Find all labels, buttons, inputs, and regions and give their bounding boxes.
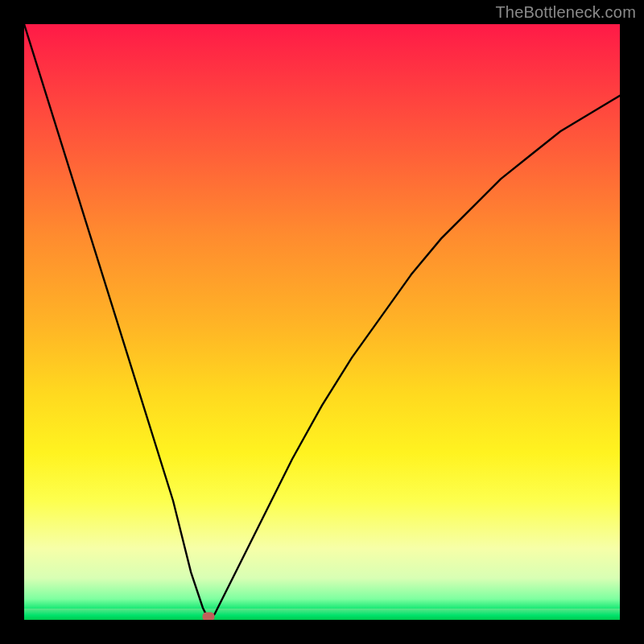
watermark-text: TheBottleneck.com (495, 3, 636, 22)
optimal-point-marker (203, 613, 215, 621)
chart-frame: TheBottleneck.com (0, 0, 644, 644)
plot-area (24, 24, 620, 620)
curve-svg (24, 24, 620, 620)
bottleneck-curve-path (24, 24, 620, 620)
